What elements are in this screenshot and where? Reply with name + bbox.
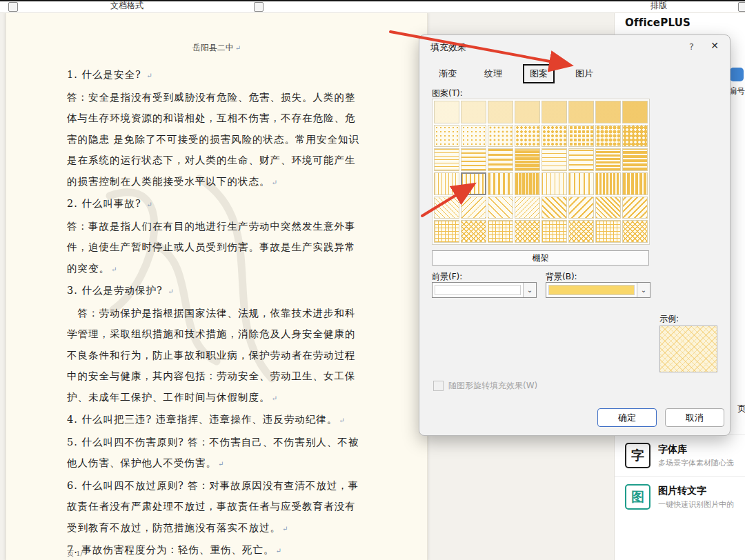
pattern-swatch[interactable] xyxy=(568,220,594,243)
pattern-swatch[interactable] xyxy=(595,220,621,243)
pattern-swatch[interactable] xyxy=(488,172,513,195)
paragraph-mark-icon: ↵ xyxy=(146,72,152,79)
pattern-swatch[interactable] xyxy=(461,220,486,243)
sidebar-partial-label: 页 xyxy=(737,403,745,415)
menu-icon[interactable] xyxy=(8,2,18,12)
pattern-swatch[interactable] xyxy=(515,101,540,123)
pattern-swatch[interactable] xyxy=(515,148,540,171)
pattern-swatch[interactable] xyxy=(488,197,513,219)
doc-paragraph[interactable]: 2. 什么叫事故? ↵ xyxy=(67,193,364,216)
paragraph-mark-icon: ↵ xyxy=(146,201,152,208)
pattern-swatch[interactable] xyxy=(515,220,540,243)
top-toolbar: 文档格式 排版 xyxy=(0,0,745,13)
pattern-swatch[interactable] xyxy=(595,197,621,219)
pattern-swatch[interactable] xyxy=(568,125,594,148)
pattern-swatch[interactable] xyxy=(542,172,567,195)
background-select[interactable]: ⌄ xyxy=(546,282,650,298)
pattern-swatch[interactable] xyxy=(622,148,648,171)
officeplus-brand: OfficePLUS xyxy=(625,17,691,29)
pattern-swatch[interactable] xyxy=(434,220,459,243)
toolbar-small-icon[interactable] xyxy=(254,2,264,12)
pattern-swatch[interactable] xyxy=(622,125,648,148)
pattern-swatch[interactable] xyxy=(488,220,513,243)
rotate-fill-checkbox: 随图形旋转填充效果(W) xyxy=(433,380,537,392)
foreground-label: 前景(F): xyxy=(432,271,462,283)
topbar-right-label: 排版 xyxy=(650,0,667,12)
doc-body: 1. 什么是安全? ↵答：安全是指没有受到威胁没有危险、危害、损失。人类的整体与… xyxy=(67,64,364,560)
chevron-down-icon[interactable]: ⌄ xyxy=(523,283,536,297)
pattern-swatch[interactable] xyxy=(595,101,621,123)
sidebar-item-图片转文字[interactable]: 图图片转文字一键快速识别图片中的 xyxy=(615,476,745,517)
pattern-swatch[interactable] xyxy=(461,101,486,123)
pattern-swatch[interactable] xyxy=(461,125,486,148)
dialog-title: 填充效果 xyxy=(430,41,466,54)
pattern-grid-label: 图案(T): xyxy=(432,88,463,99)
foreground-color-swatch xyxy=(435,285,521,295)
document-page[interactable]: 岳阳县二中↵ 1. 什么是安全? ↵答：安全是指没有受到威胁没有危险、危害、损失… xyxy=(6,12,428,560)
pattern-swatch[interactable] xyxy=(434,125,459,148)
doc-paragraph[interactable]: 3. 什么是劳动保护? ↵ xyxy=(67,280,364,303)
sidebar-item-text: 字体库多场景字体素材随心选 xyxy=(658,443,734,468)
pattern-swatch[interactable] xyxy=(595,172,621,195)
pattern-swatch[interactable] xyxy=(488,101,513,123)
paragraph-mark-icon: ↵ xyxy=(339,417,344,424)
image-to-text-icon: 图 xyxy=(625,484,650,510)
chevron-down-icon[interactable]: ⌄ xyxy=(637,283,650,297)
doc-paragraph[interactable]: 7. 事故伤害程度分为：轻伤、重伤、死亡。↵ xyxy=(67,539,364,560)
pattern-swatch[interactable] xyxy=(542,148,567,171)
sidebar-item-list: 字字体库多场景字体素材随心选图图片转文字一键快速识别图片中的 xyxy=(615,434,745,517)
pattern-name-box: 棚架 xyxy=(432,250,649,266)
numbering-label: 编号 xyxy=(728,86,745,97)
pattern-swatch[interactable] xyxy=(542,125,567,148)
pattern-swatch[interactable] xyxy=(622,172,648,195)
doc-paragraph[interactable]: 答：劳动保护是指根据国家法律、法规，依靠技术进步和科学管理，采取组织措施和技术措… xyxy=(67,303,364,410)
pattern-swatch[interactable] xyxy=(461,172,486,195)
pattern-swatch[interactable] xyxy=(434,197,459,219)
pattern-swatch[interactable] xyxy=(542,220,567,243)
page-number: 页 1/ xyxy=(67,549,83,559)
pattern-swatch[interactable] xyxy=(542,101,567,123)
cancel-button[interactable]: 取消 xyxy=(665,408,724,427)
pattern-swatch[interactable] xyxy=(515,125,540,148)
doc-paragraph[interactable]: 答：安全是指没有受到威胁没有危险、危害、损失。人类的整体与生存环境资源的和谐相处… xyxy=(67,87,364,194)
pattern-swatch[interactable] xyxy=(542,197,567,219)
pattern-swatch[interactable] xyxy=(461,148,486,171)
pattern-swatch[interactable] xyxy=(461,197,486,219)
pattern-swatch[interactable] xyxy=(622,220,648,243)
numbering-icon[interactable] xyxy=(730,68,744,81)
pattern-swatch[interactable] xyxy=(488,125,513,148)
pattern-swatch[interactable] xyxy=(622,197,648,219)
topbar-left-label: 文档格式 xyxy=(110,0,143,12)
pattern-swatch[interactable] xyxy=(515,172,540,195)
doc-paragraph[interactable]: 5. 什么叫四不伤害原则? 答：不伤害自己、不伤害别人、不被他人伤害、保护他人不… xyxy=(67,432,364,475)
toolbar-edge-icon[interactable] xyxy=(738,2,745,12)
pattern-swatch[interactable] xyxy=(595,148,621,171)
pattern-swatch[interactable] xyxy=(434,148,459,171)
sidebar-item-title: 字体库 xyxy=(658,443,734,456)
tab-图片[interactable]: 图片 xyxy=(568,64,600,83)
pattern-swatch[interactable] xyxy=(568,197,594,219)
sidebar-item-字体库[interactable]: 字字体库多场景字体素材随心选 xyxy=(615,434,745,476)
ok-button[interactable]: 确定 xyxy=(597,408,657,427)
pattern-swatch[interactable] xyxy=(568,101,594,123)
pattern-swatch[interactable] xyxy=(488,148,513,171)
close-icon[interactable]: ✕ xyxy=(711,40,719,51)
pattern-swatch[interactable] xyxy=(434,172,459,195)
help-button[interactable]: ? xyxy=(689,41,694,52)
pattern-swatch[interactable] xyxy=(568,172,594,195)
doc-paragraph[interactable]: 答：事故是指人们在有目的地进行生产劳动中突然发生意外事件，迫使生产暂时停止或人员… xyxy=(67,216,364,281)
paragraph-mark-icon: ↵ xyxy=(235,44,241,52)
pattern-swatch[interactable] xyxy=(434,101,459,123)
pattern-swatch[interactable] xyxy=(515,197,540,219)
pattern-swatch[interactable] xyxy=(622,101,648,123)
doc-paragraph[interactable]: 6. 什么叫四不放过原则? 答：对事故原因没有查清不放过，事故责任者没有严肃处理… xyxy=(67,475,364,540)
doc-paragraph[interactable]: 1. 什么是安全? ↵ xyxy=(67,64,364,87)
background-color-swatch xyxy=(548,285,635,295)
foreground-select[interactable]: ⌄ xyxy=(432,282,537,298)
tab-图案[interactable]: 图案 xyxy=(523,64,555,83)
tab-纹理[interactable]: 纹理 xyxy=(477,64,509,83)
pattern-swatch[interactable] xyxy=(568,148,594,171)
doc-paragraph[interactable]: 4. 什么叫把三违? 违章指挥、违章操作、违反劳动纪律。↵ xyxy=(67,409,364,432)
pattern-swatch[interactable] xyxy=(595,125,621,148)
tab-渐变[interactable]: 渐变 xyxy=(432,64,464,83)
